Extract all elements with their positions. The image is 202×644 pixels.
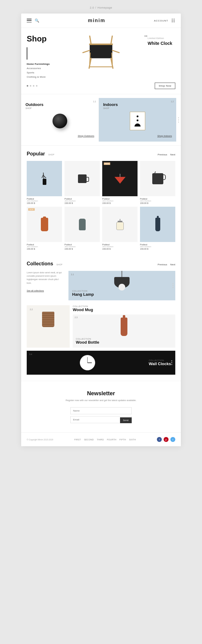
dot-3[interactable] — [33, 85, 34, 87]
popular-next-button[interactable]: Next — [170, 153, 175, 156]
dot-2[interactable] — [30, 85, 31, 87]
product-price-2: 193.00 $ — [64, 202, 100, 204]
art-semicircle — [134, 123, 141, 127]
shop-now-button[interactable]: Shop Now — [155, 83, 175, 89]
product-label-2: Podieut — [64, 198, 100, 200]
black-sphere — [52, 114, 67, 128]
product-img-7 — [102, 207, 138, 242]
product-author-5: John Doelson — [27, 246, 62, 248]
newsletter-send-button[interactable]: Send — [120, 417, 132, 423]
product-card-6[interactable]: Podieut John Doelson 193.00 $ — [64, 207, 100, 250]
woodbottle-label: COLLECTION — [76, 338, 172, 340]
dot-1[interactable] — [27, 85, 28, 87]
category-indoors-title: Indoors — [103, 102, 172, 107]
product-price-4: 193.00 $ — [140, 202, 175, 204]
collections-prev-button[interactable]: Previous — [157, 263, 167, 266]
collection-hanglamp[interactable]: 1.1 COLLECTION Hang Lamp — [68, 271, 175, 300]
hanglamp-info: COLLECTION Hang Lamp — [72, 290, 172, 297]
kettle-shape — [152, 173, 163, 184]
footer-social: f p t — [157, 437, 175, 442]
twig-branch — [43, 172, 44, 179]
wallclocks-num: 3.4 — [29, 353, 32, 355]
collection-woodmug[interactable]: 2.2 — [27, 305, 70, 348]
product-author-2: John Doelson — [64, 200, 100, 202]
product-card-1[interactable]: Podieut John Doelson 193.00 $ — [27, 161, 62, 204]
woodbottle-name: Wood Bottle — [76, 340, 172, 345]
product-label-5: Podieut — [27, 244, 62, 246]
footer-link-first[interactable]: FIRST — [74, 439, 81, 441]
footer-link-sixth[interactable]: SIXTH — [129, 439, 136, 441]
product-card-5[interactable]: NEW Podieut John Doelson 193.00 $ — [27, 207, 62, 250]
collections-intro: Lorem ipsum dolor amet medi, at qui conv… — [27, 271, 175, 300]
product-price-1: 193.00 $ — [27, 202, 62, 204]
hanglamp-name: Hang Lamp — [72, 292, 172, 297]
twitter-icon[interactable]: t — [170, 437, 175, 442]
collection-woodbottle[interactable]: 2.3 COLLECTION Wood Bottle — [73, 314, 175, 348]
collection-side-dots — [173, 283, 173, 288]
collections-desc: Lorem ipsum dolor amet medi, at qui conv… — [27, 271, 64, 300]
svg-rect-1 — [89, 44, 113, 45]
product-card-2[interactable]: Podieut John Doelson 193.00 $ — [64, 161, 100, 204]
svg-line-10 — [112, 50, 119, 53]
hero-nav-home-furnishings[interactable]: Home Furnishings — [27, 63, 54, 65]
newsletter-name-input[interactable] — [70, 407, 132, 414]
lantern-shape — [116, 219, 124, 230]
new-badge-5: NEW — [28, 208, 35, 211]
hero-product-name: White Clock — [148, 41, 175, 46]
category-outdoors-number: 1.1 — [93, 100, 96, 103]
page-container: 🔍 minim ACCOUNT ☷ Shop Home Furnishings … — [21, 14, 181, 446]
product-author-1: John Doelson — [27, 200, 62, 202]
art-dot-1 — [137, 115, 138, 117]
pinterest-icon[interactable]: p — [164, 437, 169, 442]
hero-arrows[interactable]: ▸▸ — [145, 34, 148, 37]
hero-section: Shop Home Furnishings Accessories Sports… — [21, 28, 181, 94]
footer-link-fourth[interactable]: FOURTH — [107, 439, 116, 441]
see-all-collections-link[interactable]: See all collections — [27, 290, 44, 292]
svg-rect-0 — [90, 44, 112, 58]
facebook-icon[interactable]: f — [157, 437, 162, 442]
category-outdoors-sub: SHOP — [25, 107, 94, 109]
category-indoors[interactable]: 1.2 Indoors SHOP Shop Indoors — [99, 98, 176, 142]
hero-nav-sports[interactable]: Sports — [27, 71, 54, 74]
popular-badge: SHOP — [48, 154, 54, 156]
product-card-3[interactable]: NEW Podieut John Doelson 193.00 $ — [102, 161, 138, 204]
teal-vase-shape — [79, 219, 86, 230]
cart-icon[interactable]: ☷ — [171, 18, 175, 23]
category-outdoors[interactable]: 1.1 Outdoors SHOP Shop Outdoors — [21, 98, 99, 142]
collections-next-button[interactable]: Next — [170, 263, 175, 266]
popular-prev-button[interactable]: Previous — [157, 153, 167, 156]
collection-wallclocks[interactable]: 3.4 COLLECTION Wall Clocks — [27, 351, 175, 375]
product-author-6: John Doelson — [64, 246, 100, 248]
product-price-3: 193.00 $ — [102, 202, 138, 204]
product-price-7: 193.00 $ — [102, 248, 138, 250]
product-img-5: NEW — [27, 207, 62, 242]
footer-link-fifth[interactable]: FIFTH — [119, 439, 126, 441]
wallclocks-side-dots — [171, 361, 172, 365]
hamburger-menu-icon[interactable] — [27, 19, 32, 22]
search-icon[interactable]: 🔍 — [35, 18, 39, 23]
product-price-8: 193.00 $ — [140, 248, 175, 250]
logo: minim — [88, 18, 105, 23]
footer-link-third[interactable]: THIRD — [97, 439, 104, 441]
product-card-8[interactable]: Podieut John Doelson 193.00 $ — [140, 207, 175, 250]
product-img-3: NEW — [102, 161, 138, 196]
terracotta-bottle-image — [121, 318, 127, 336]
footer-link-second[interactable]: SECOND — [84, 439, 94, 441]
product-card-4[interactable]: Podieut John Doelson 193.00 $ — [140, 161, 175, 204]
hero-nav-accessories[interactable]: Accessories — [27, 67, 54, 70]
hero-nav-clothing[interactable]: Clothing & More — [27, 76, 54, 78]
svg-line-7 — [112, 53, 112, 64]
shop-indoors-link[interactable]: Shop Indoors — [157, 135, 172, 137]
lantern-body — [116, 222, 124, 230]
product-price-5: 193.00 $ — [27, 248, 62, 250]
account-button[interactable]: ACCOUNT — [154, 19, 168, 22]
wallclocks-name: Wall Clocks — [149, 361, 171, 366]
shop-outdoors-link[interactable]: Shop Outdoors — [78, 135, 94, 137]
svg-line-9 — [83, 50, 90, 53]
dark-bottle-shape — [155, 218, 160, 231]
product-card-7[interactable]: Podieut John Doelson 193.00 $ — [102, 207, 138, 250]
popular-title: Popular — [27, 151, 45, 156]
product-label-1: Podieut — [27, 198, 62, 200]
dot-4[interactable] — [36, 85, 37, 87]
product-img-2 — [64, 161, 100, 196]
